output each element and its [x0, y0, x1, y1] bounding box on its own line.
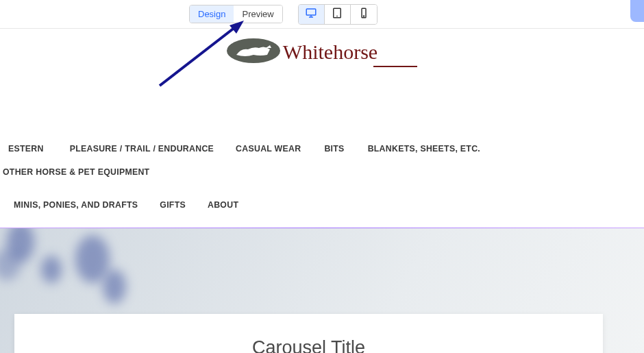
nav-item-gifts[interactable]: GIFTS [160, 193, 208, 217]
site-logo[interactable]: Whitehorse [0, 29, 644, 63]
mode-toggle: Design Preview [189, 5, 283, 23]
preview-mode-button[interactable]: Preview [234, 5, 282, 23]
nav-item-minis-ponies-drafts[interactable]: MINIS, PONIES, AND DRAFTS [3, 193, 160, 217]
carousel-title[interactable]: Carousel Title [28, 337, 589, 353]
main-navigation: ESTERN PLEASURE / TRAIL / ENDURANCE CASU… [0, 137, 644, 223]
carousel[interactable]: Carousel Title [0, 228, 644, 353]
desktop-device-button[interactable] [299, 5, 325, 24]
nav-item-blankets-sheets[interactable]: BLANKETS, SHEETS, ETC. [368, 137, 504, 160]
nav-item-western[interactable]: ESTERN [3, 137, 70, 160]
logo-underline [373, 66, 417, 67]
logo-text: Whitehorse [283, 40, 377, 64]
svg-point-6 [363, 15, 364, 16]
device-toggle [298, 4, 377, 25]
nav-item-casual-wear[interactable]: CASUAL WEAR [236, 137, 324, 160]
nav-item-bits[interactable]: BITS [324, 137, 367, 160]
nav-item-other-equipment[interactable]: OTHER HORSE & PET EQUIPMENT [3, 160, 149, 184]
nav-item-pleasure-trail-endurance[interactable]: PLEASURE / TRAIL / ENDURANCE [70, 137, 236, 160]
carousel-card: Carousel Title [14, 314, 603, 353]
horse-icon [227, 38, 280, 63]
tablet-device-button[interactable] [325, 5, 351, 24]
mobile-icon [358, 7, 370, 22]
desktop-icon [305, 7, 317, 22]
svg-rect-0 [306, 9, 316, 15]
editor-toolbar: Design Preview [0, 0, 644, 29]
page-canvas: Whitehorse ESTERN PLEASURE / TRAIL / END… [0, 29, 644, 353]
tablet-icon [331, 7, 343, 22]
nav-item-about[interactable]: ABOUT [208, 193, 238, 217]
design-mode-button[interactable]: Design [190, 5, 234, 23]
mobile-device-button[interactable] [351, 5, 377, 24]
hint-bubble [630, 0, 644, 22]
